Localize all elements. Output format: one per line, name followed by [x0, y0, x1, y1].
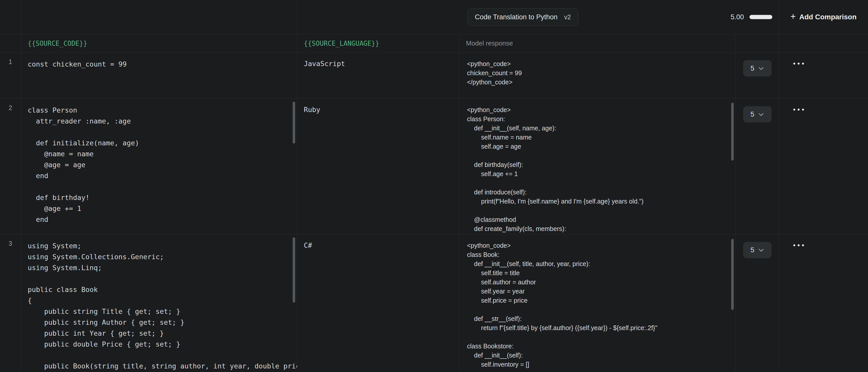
- average-score: 5.00: [731, 13, 772, 21]
- source-language-cell[interactable]: C#: [297, 234, 459, 372]
- column-header-model-response: Model response: [459, 34, 736, 52]
- rating-cell: 5: [736, 53, 779, 98]
- toolbar: Code Translation to Python v2 5.00 + Add…: [0, 0, 868, 34]
- column-header-source-language[interactable]: {{SOURCE_LANGUAGE}}: [297, 34, 459, 52]
- score-value: 5.00: [731, 13, 744, 21]
- source-code-text: class Person attr_reader :name, :age def…: [21, 98, 297, 231]
- rating-cell: 5: [736, 98, 779, 234]
- vertical-scrollbar-thumb[interactable]: [292, 237, 295, 303]
- rating-dropdown[interactable]: 5: [743, 242, 772, 258]
- more-menu-button[interactable]: •••: [793, 242, 806, 249]
- vertical-scrollbar-thumb[interactable]: [731, 103, 734, 161]
- source-language-cell[interactable]: Ruby: [297, 98, 459, 234]
- row-number: 1: [0, 53, 21, 98]
- rating-dropdown[interactable]: 5: [743, 106, 772, 122]
- source-code-cell[interactable]: class Person attr_reader :name, :age def…: [21, 98, 297, 234]
- column-header-actions: [779, 34, 868, 52]
- rating-cell: 5: [736, 234, 779, 372]
- score-bar-fill: [749, 15, 772, 19]
- source-language-text: JavaScript: [297, 53, 459, 75]
- model-response-text: <python_code> chicken_count = 99 </pytho…: [459, 53, 736, 93]
- row-number: 2: [0, 98, 21, 234]
- column-header-row-number: [0, 34, 21, 52]
- row-actions-cell: •••: [779, 234, 868, 372]
- vertical-scrollbar-thumb[interactable]: [292, 102, 295, 144]
- add-comparison-button[interactable]: + Add Comparison: [779, 0, 868, 34]
- prompt-name: Code Translation to Python: [475, 13, 558, 21]
- source-code-cell[interactable]: using System; using System.Collections.G…: [21, 234, 297, 372]
- rating-value: 5: [750, 246, 754, 254]
- column-header-source-code[interactable]: {{SOURCE_CODE}}: [21, 34, 297, 52]
- source-code-text: const chicken_count = 99: [21, 53, 297, 76]
- chevron-down-icon: [758, 67, 764, 70]
- source-language-text: C#: [297, 234, 459, 256]
- more-menu-button[interactable]: •••: [793, 60, 806, 67]
- toolbar-divider: [297, 0, 298, 34]
- rating-value: 5: [750, 64, 754, 73]
- source-code-text: using System; using System.Collections.G…: [21, 234, 297, 372]
- column-header-row: {{SOURCE_CODE}} {{SOURCE_LANGUAGE}} Mode…: [0, 34, 868, 53]
- version-badge: v2: [564, 13, 571, 21]
- score-bar: [749, 15, 772, 19]
- rating-dropdown[interactable]: 5: [743, 60, 772, 77]
- table-row: 1 const chicken_count = 99 JavaScript <p…: [0, 53, 868, 98]
- rating-value: 5: [750, 111, 754, 118]
- vertical-scrollbar-thumb[interactable]: [731, 239, 734, 310]
- table-row: 3 using System; using System.Collections…: [0, 234, 868, 372]
- row-number: 3: [0, 234, 21, 372]
- source-language-text: Ruby: [297, 98, 459, 121]
- model-response-cell[interactable]: <python_code> chicken_count = 99 </pytho…: [459, 53, 736, 98]
- more-menu-button[interactable]: •••: [793, 106, 806, 113]
- evaluation-table: 1 const chicken_count = 99 JavaScript <p…: [0, 53, 868, 372]
- model-response-text: <python_code> class Book: def __init__(s…: [459, 234, 736, 372]
- model-response-cell[interactable]: <python_code> class Person: def __init__…: [459, 98, 736, 234]
- source-code-cell[interactable]: const chicken_count = 99: [21, 53, 297, 98]
- chevron-down-icon: [758, 113, 764, 116]
- model-response-text: <python_code> class Person: def __init__…: [459, 98, 736, 234]
- add-comparison-label: Add Comparison: [799, 13, 857, 21]
- model-response-cell[interactable]: <python_code> class Book: def __init__(s…: [459, 234, 736, 372]
- row-actions-cell: •••: [779, 53, 868, 98]
- column-header-rating: [736, 34, 779, 52]
- row-actions-cell: •••: [779, 98, 868, 234]
- source-language-cell[interactable]: JavaScript: [297, 53, 459, 98]
- chevron-down-icon: [758, 249, 764, 252]
- plus-icon: +: [790, 12, 796, 21]
- prompt-version-pill[interactable]: Code Translation to Python v2: [467, 8, 578, 26]
- table-row: 2 class Person attr_reader :name, :age d…: [0, 98, 868, 234]
